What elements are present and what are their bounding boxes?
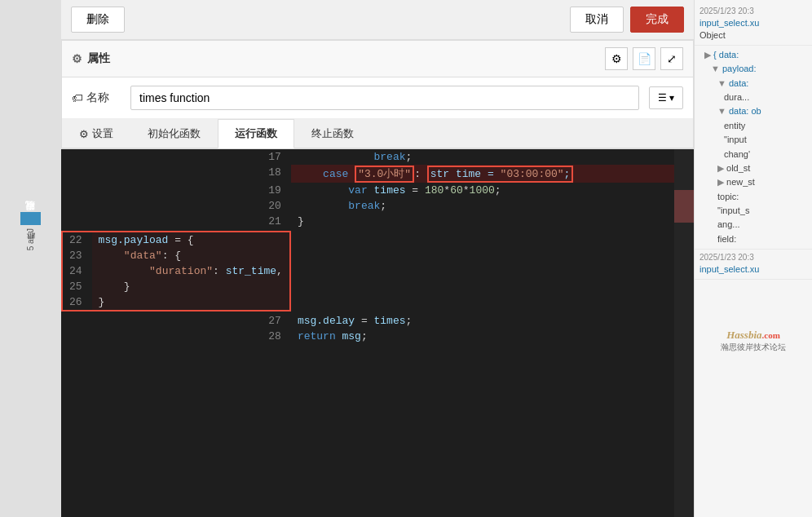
- properties-panel: ⚙ 属性 ⚙ 📄 ⤢ 🏷 名称 ☰ ▾ ⚙ 设置: [61, 40, 694, 149]
- line-content-20: break;: [291, 198, 694, 214]
- properties-header: ⚙ 属性 ⚙ 📄 ⤢: [62, 41, 693, 77]
- tree-item-data2: ▼ data:: [699, 77, 807, 91]
- line-number-22: 22: [63, 232, 92, 248]
- watermark-sub: 瀚思彼岸技术论坛: [695, 342, 812, 353]
- table-row: 21 }: [61, 214, 694, 229]
- line-content-23: "data": {: [92, 248, 289, 263]
- table-row: 22 msg.payload = {: [63, 232, 289, 248]
- tab-run-label: 运行函数: [235, 127, 277, 139]
- tab-init[interactable]: 初始化函数: [130, 119, 218, 148]
- line-number-18: 18: [61, 165, 291, 183]
- line-content-25: }: [92, 279, 289, 294]
- watermark-text: Hassbia: [726, 329, 761, 341]
- timestamp-1: 2025/1/23 20:3: [699, 6, 807, 17]
- table-row: 20 break;: [61, 198, 694, 214]
- properties-title: ⚙ 属性: [72, 51, 110, 66]
- line-number-25: 25: [63, 279, 92, 294]
- watermark-area: Hassbia.com 瀚思彼岸技术论坛: [695, 329, 812, 353]
- left-strip-sub: 5小时 at: J: [25, 228, 37, 250]
- tag-icon: 🏷: [72, 91, 83, 104]
- line-number-27: 27: [61, 313, 291, 329]
- name-menu-button[interactable]: ☰ ▾: [649, 86, 683, 109]
- tree-item-new-st: ▶ new_st: [699, 175, 807, 189]
- link-2[interactable]: input_select.xu: [699, 263, 807, 276]
- timestamp-2: 2025/1/23 20:3: [699, 252, 807, 263]
- line-number-17: 17: [61, 149, 291, 165]
- code-container: 17 break; 18 case "3.0小时": str time = "0…: [61, 149, 694, 517]
- watermark-com: .com: [762, 330, 780, 340]
- right-panel-tree: ▶ { data: ▼ payload: ▼ data: dura... ▼ d…: [695, 46, 812, 250]
- main-editor: 删除 取消 完成 ⚙ 属性 ⚙ 📄 ⤢ 🏷 名称 ☰ ▾: [61, 0, 694, 517]
- red-box-highlight: 22 msg.payload = { 23 "data": { 24 "dura…: [61, 231, 291, 312]
- tree-item-input: "input: [699, 133, 807, 147]
- right-panel-entry-2: 2025/1/23 20:3 input_select.xu: [695, 250, 812, 279]
- table-row: 28 return msg;: [61, 329, 694, 344]
- doc-button[interactable]: 📄: [633, 47, 655, 70]
- line-content-28: return msg;: [291, 329, 694, 344]
- code-editor[interactable]: 17 break; 18 case "3.0小时": str time = "0…: [61, 149, 694, 517]
- header-icons: ⚙ 📄 ⤢: [605, 47, 683, 70]
- line-number-24: 24: [63, 263, 92, 279]
- tree-item-ang: ang...: [699, 218, 807, 232]
- table-row: 26 }: [63, 294, 289, 310]
- tab-run[interactable]: 运行函数: [218, 119, 294, 148]
- left-sidebar: 观看电视 5小时 at: J: [0, 0, 61, 517]
- gear-icon: ⚙: [72, 52, 82, 65]
- code-lines: 17 break; 18 case "3.0小时": str time = "0…: [61, 149, 694, 344]
- function-tabs: ⚙ 设置 初始化函数 运行函数 终止函数: [62, 119, 693, 148]
- link-1[interactable]: input_select.xu: [699, 17, 807, 29]
- gear-tab-icon: ⚙: [79, 128, 89, 140]
- tree-item-input-s: "input_s: [699, 204, 807, 218]
- gear-settings-button[interactable]: ⚙: [605, 47, 628, 70]
- table-row: 23 "data": {: [63, 248, 289, 263]
- tab-init-label: 初始化函数: [148, 127, 201, 139]
- table-row: 18 case "3.0小时": str time = "03:00:00";: [61, 165, 694, 183]
- line-number-23: 23: [63, 248, 92, 263]
- table-row: 24 "duration": str_time,: [63, 263, 289, 279]
- object-label-1: Object: [699, 29, 807, 42]
- top-right-buttons: 取消 完成: [570, 7, 684, 33]
- line-content-18: case "3.0小时": str time = "03:00:00";: [291, 165, 694, 183]
- done-button[interactable]: 完成: [630, 7, 684, 33]
- right-panel-entry-1: 2025/1/23 20:3 input_select.xu Object: [695, 3, 812, 46]
- tab-stop[interactable]: 终止函数: [294, 119, 371, 148]
- properties-title-text: 属性: [87, 51, 110, 66]
- tab-settings[interactable]: ⚙ 设置: [62, 119, 130, 148]
- left-strip-label[interactable]: 观看电视: [20, 212, 41, 225]
- tree-item-dura: dura...: [699, 91, 807, 104]
- name-row: 🏷 名称 ☰ ▾: [62, 77, 693, 119]
- line-content-17: break;: [291, 149, 694, 165]
- tab-settings-label: 设置: [92, 126, 113, 141]
- name-label: 🏷 名称: [72, 91, 121, 105]
- tree-item-data: ▶ { data:: [699, 48, 807, 62]
- line-number-26: 26: [63, 294, 92, 310]
- tree-item-old-st: ▶ old_st: [699, 161, 807, 175]
- line-number-21: 21: [61, 214, 291, 229]
- minimap-highlight: [674, 190, 694, 223]
- delete-button[interactable]: 删除: [71, 7, 125, 33]
- tree-item-chang: chang': [699, 148, 807, 161]
- minimap: [674, 149, 694, 517]
- watermark: Hassbia.com: [695, 329, 812, 342]
- table-row: 25 }: [63, 279, 289, 294]
- cancel-button[interactable]: 取消: [570, 7, 624, 33]
- tree-item-payload: ▼ payload:: [699, 62, 807, 76]
- name-input[interactable]: [130, 86, 639, 110]
- line-number-20: 20: [61, 198, 291, 214]
- line-content-26: }: [92, 294, 289, 310]
- line-content-19: var times = 180*60*1000;: [291, 183, 694, 198]
- tree-item-entity: entity: [699, 119, 807, 133]
- table-row: 17 break;: [61, 149, 694, 165]
- line-number-28: 28: [61, 329, 291, 344]
- tree-item-field: field:: [699, 232, 807, 246]
- line-content-24: "duration": str_time,: [92, 263, 289, 279]
- line-content-22: msg.payload = {: [92, 232, 289, 248]
- tab-stop-label: 终止函数: [311, 127, 354, 139]
- line-content-27: msg.delay = times;: [291, 313, 694, 329]
- right-panel: 2025/1/23 20:3 input_select.xu Object ▶ …: [694, 0, 812, 517]
- line-number-19: 19: [61, 183, 291, 198]
- table-row: 19 var times = 180*60*1000;: [61, 183, 694, 198]
- expand-button[interactable]: ⤢: [660, 47, 683, 70]
- top-toolbar: 删除 取消 完成: [61, 0, 694, 40]
- tree-item-topic: topic:: [699, 190, 807, 204]
